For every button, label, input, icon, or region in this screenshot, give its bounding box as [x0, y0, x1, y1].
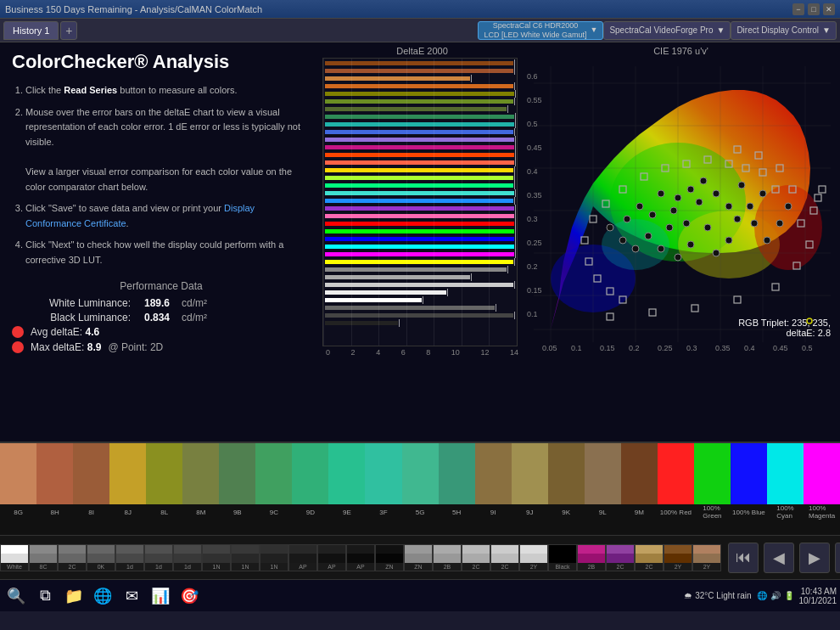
color-swatch[interactable]: 9I	[475, 443, 512, 520]
color-swatch[interactable]: 9M	[621, 443, 658, 520]
bottom-swatch[interactable]: AP	[288, 544, 317, 571]
color-swatch[interactable]: 100% Magenta	[804, 443, 840, 520]
error-line	[514, 98, 515, 105]
swatch-top-half	[174, 545, 201, 554]
bottom-swatch[interactable]: 1N	[231, 544, 260, 571]
color-swatch[interactable]: 9C	[255, 443, 292, 520]
swatch-label: AP	[289, 563, 316, 571]
swatch-label: 9B	[219, 504, 255, 520]
battery-icon[interactable]: 🔋	[784, 591, 794, 600]
chevron-down-icon: ▼	[822, 25, 831, 35]
maximize-button[interactable]: □	[808, 3, 820, 15]
color-swatch[interactable]: 5H	[439, 443, 475, 520]
bottom-swatch[interactable]: 1d	[115, 544, 144, 571]
color-swatch[interactable]: 9K	[548, 443, 585, 520]
tab-add-button[interactable]: +	[60, 21, 77, 40]
tab-history1[interactable]: History 1	[3, 21, 59, 40]
bottom-swatch[interactable]: 1d	[173, 544, 202, 571]
color-swatch[interactable]: 100% Green	[694, 443, 731, 520]
bottom-swatch[interactable]: 1N	[260, 544, 288, 571]
color-swatch[interactable]: 3F	[365, 443, 401, 520]
swatch-label: 9J	[512, 504, 548, 520]
minimize-button[interactable]: −	[792, 3, 804, 15]
app2-icon[interactable]: 🎯	[176, 583, 202, 609]
swatch-label: 5G	[402, 504, 439, 520]
swatch-label: 2Y	[520, 563, 547, 571]
color-swatch[interactable]: 5G	[402, 443, 439, 520]
color-swatch[interactable]: 8G	[0, 443, 36, 520]
svg-point-66	[619, 237, 626, 244]
bottom-swatch[interactable]: ZN	[375, 544, 404, 571]
chart-bar-row	[325, 220, 515, 227]
bottom-swatch[interactable]: 2Y	[692, 544, 721, 571]
mail-icon[interactable]: ✉	[119, 583, 144, 609]
direct-display-dropdown[interactable]: Direct Display Control ▼	[731, 21, 837, 40]
bottom-swatch[interactable]: ZN	[404, 544, 433, 571]
svg-rect-96	[692, 305, 698, 312]
swatch-color-block	[182, 443, 219, 504]
taskbar-right: 🌧 32°C Light rain 🌐 🔊 🔋 10:43 AM 10/1/20…	[684, 587, 837, 605]
color-swatch[interactable]: 100% Cyan	[767, 443, 804, 520]
rewind-button[interactable]: ⏮	[728, 543, 759, 573]
volume-icon[interactable]: 🔊	[770, 591, 781, 600]
app-icon[interactable]: 📊	[148, 583, 173, 609]
color-swatch[interactable]: 8M	[182, 443, 219, 520]
bottom-swatch[interactable]: 2B	[577, 544, 606, 571]
svg-text:0.2: 0.2	[629, 344, 640, 352]
bottom-swatch[interactable]: 0K	[87, 544, 115, 571]
swatch-label: 1N	[260, 563, 288, 571]
cie-horseshoe-svg: 0.050.10.150.20.250.30.350.40.450.50.60.…	[525, 58, 839, 355]
bottom-swatch[interactable]: 2C	[58, 544, 87, 571]
bottom-swatch[interactable]: Black	[548, 544, 577, 571]
search-icon[interactable]: 🔍	[3, 583, 29, 609]
videoforge-dropdown[interactable]: SpectraCal VideoForge Pro ▼	[603, 21, 731, 40]
color-swatch[interactable]: 8J	[109, 443, 146, 520]
bottom-swatch[interactable]: 2B	[433, 544, 462, 571]
bottom-swatch[interactable]: 1N	[202, 544, 231, 571]
color-swatch[interactable]: 8H	[36, 443, 73, 520]
bar-segment	[325, 76, 470, 81]
color-swatch[interactable]: 9E	[328, 443, 365, 520]
bar-segment	[325, 283, 513, 287]
bar-segment	[325, 61, 513, 65]
bottom-swatch-row: White8C2C0K1d1d1d1N1N1NAPAPAPZNZN2B2C2C2…	[0, 543, 721, 573]
play-button[interactable]: ▶	[799, 543, 830, 573]
color-swatch[interactable]: 9L	[585, 443, 621, 520]
swatch-label: 1N	[203, 563, 230, 571]
color-swatch[interactable]: 9B	[219, 443, 255, 520]
bottom-swatch[interactable]: 2C	[606, 544, 635, 571]
color-swatch[interactable]: 100% Red	[658, 443, 694, 520]
prev-button[interactable]: ◀	[764, 543, 794, 573]
swatch-color-block	[548, 443, 585, 504]
bottom-swatch[interactable]: White	[0, 544, 29, 571]
bar-segment	[325, 214, 514, 218]
bar-segment	[325, 138, 514, 142]
swatch-color-block	[109, 443, 146, 504]
color-swatch[interactable]: 8L	[146, 443, 182, 520]
bottom-swatch[interactable]: 8C	[29, 544, 58, 571]
close-button[interactable]: ✕	[823, 3, 835, 15]
bottom-swatch[interactable]: AP	[317, 544, 346, 571]
spectracal-c6-dropdown[interactable]: SpectraCal C6 HDR2000 LCD [LED White Wid…	[478, 21, 603, 40]
file-explorer-icon[interactable]: 📁	[61, 583, 87, 609]
bottom-swatch[interactable]: 2C	[462, 544, 490, 571]
bar-segment	[325, 237, 514, 241]
forward-button[interactable]: ⏭	[835, 543, 840, 573]
color-swatch[interactable]: 9J	[512, 443, 548, 520]
weather-icon: 🌧	[684, 591, 692, 600]
color-swatch[interactable]: 100% Blue	[731, 443, 767, 520]
bottom-swatch[interactable]: AP	[346, 544, 375, 571]
swatch-label: 100% Cyan	[767, 504, 804, 520]
task-view-icon[interactable]: ⧉	[32, 583, 58, 609]
color-swatch[interactable]: 9D	[292, 443, 328, 520]
browser-icon[interactable]: 🌐	[90, 583, 115, 609]
bottom-swatch[interactable]: 2C	[490, 544, 519, 571]
bottom-swatch[interactable]: 1d	[144, 544, 173, 571]
svg-point-43	[670, 207, 677, 214]
color-swatch[interactable]: 8I	[73, 443, 109, 520]
swatch-bottom-half	[693, 554, 720, 563]
bottom-swatch[interactable]: 2C	[635, 544, 664, 571]
bottom-swatch[interactable]: 2Y	[519, 544, 548, 571]
network-icon[interactable]: 🌐	[757, 591, 767, 600]
bottom-swatch[interactable]: 2Y	[664, 544, 692, 571]
